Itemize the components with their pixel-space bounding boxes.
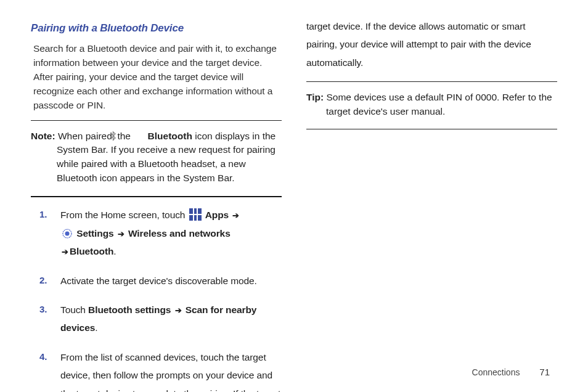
step-3: Touch Bluetooth settings ➔ Scan for near…: [31, 301, 282, 337]
step1-settings: Settings: [76, 228, 113, 239]
apps-icon: [189, 208, 202, 221]
step1-bt: Bluetooth: [70, 246, 113, 256]
arrow-icon: ➔: [60, 247, 70, 256]
arrow-icon: ➔: [116, 229, 126, 239]
tip-block: Tip: Some devices use a default PIN of 0…: [306, 86, 557, 125]
divider-thick: [31, 196, 282, 197]
divider: [306, 129, 557, 129]
step1-apps: Apps: [205, 210, 229, 220]
step-2: Activate the target device's discoverabl…: [31, 272, 282, 290]
steps-list: From the Home screen, touch Apps ➔ Setti…: [31, 206, 282, 392]
intro-paragraph: Search for a Bluetooth device and pair w…: [33, 42, 282, 113]
section-heading: Pairing with a Bluetooth Device: [31, 22, 282, 35]
step1-pre: From the Home screen, touch: [60, 210, 188, 220]
footer-section: Connections: [472, 367, 520, 377]
footer-page-number: 71: [539, 367, 550, 377]
tip-label: Tip:: [306, 92, 324, 102]
bluetooth-icon: [134, 131, 144, 141]
arrow-icon: ➔: [231, 211, 240, 220]
divider: [306, 81, 557, 82]
step-1: From the Home screen, touch Apps ➔ Setti…: [31, 206, 282, 260]
step1-wn: Wireless and networks: [128, 228, 231, 239]
page-footer: Connections 71: [472, 367, 550, 377]
right-column: target device. If the device allows auto…: [306, 17, 557, 392]
note-label: Note:: [31, 131, 55, 141]
divider: [31, 120, 282, 121]
step4-continuation: target device. If the device allows auto…: [306, 17, 557, 71]
arrow-icon: ➔: [174, 306, 183, 315]
svg-point-1: [65, 231, 70, 235]
step-4: From the list of scanned devices, touch …: [31, 348, 282, 392]
step3-b1: Bluetooth settings: [88, 304, 171, 315]
note-bt-bold: Bluetooth: [148, 131, 192, 141]
settings-icon: [62, 227, 73, 238]
left-column: Pairing with a Bluetooth Device Search f…: [31, 17, 282, 392]
step3-pre: Touch: [60, 304, 88, 315]
note-block: Note: When paired, the Bluetooth icon di…: [31, 125, 282, 192]
tip-text: Some devices use a default PIN of 0000. …: [324, 92, 552, 116]
note-pre: When paired, the: [55, 131, 134, 141]
